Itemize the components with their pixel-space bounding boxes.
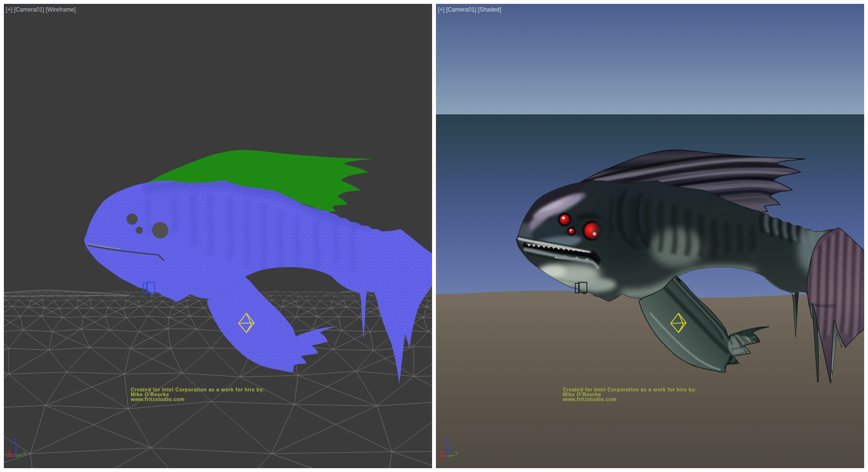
svg-text:X: X <box>7 449 11 455</box>
svg-text:y: y <box>23 449 26 455</box>
svg-text:y: y <box>455 449 458 455</box>
svg-text:X: X <box>439 449 443 455</box>
svg-text:Z: Z <box>14 438 17 444</box>
svg-text:Z: Z <box>446 438 449 444</box>
